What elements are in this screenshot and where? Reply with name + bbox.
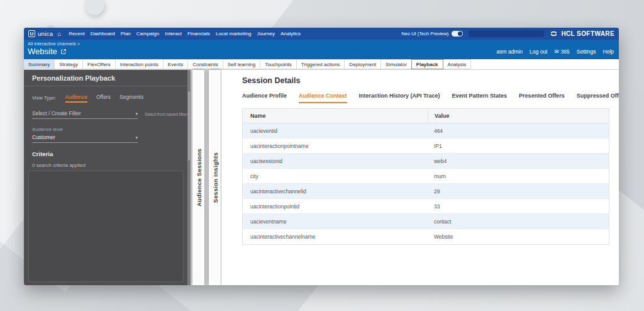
panel-title: Personalization Playback [24, 70, 187, 86]
tab-self-learning[interactable]: Self learning [223, 59, 260, 69]
tab-constraints[interactable]: Constraints [187, 59, 223, 69]
cell-name: city [243, 173, 428, 179]
nav-item-analytics[interactable]: Analytics [280, 31, 301, 37]
session-details-tabs: Audience Profile Audience Context Intera… [242, 93, 619, 103]
tab-deployment[interactable]: Deployment [344, 59, 381, 69]
nav-item-journey[interactable]: Journey [257, 31, 274, 37]
cell-name: uacinteractionpointid [243, 203, 428, 210]
cell-name: uacinteractivechannelname [243, 234, 428, 240]
table-row: uacinteractivechannelid 29 [243, 184, 609, 199]
channel-tabbar: Summary Strategy FlexOffers Interaction … [24, 59, 619, 70]
mail-icon: ✉ [554, 48, 558, 55]
table-row: uacieventid 464 [243, 123, 609, 139]
view-type-offers[interactable]: Offers [96, 94, 111, 103]
view-type-row: View Type: Audience Offers Segments [32, 94, 143, 103]
detail-tab-interaction-history[interactable]: Interaction History (API Trace) [359, 93, 440, 103]
top-navbar: U unica ⌂ Recent Dashboard Plan Campaign… [24, 28, 619, 40]
logout-link[interactable]: Log out [530, 48, 547, 55]
view-type-segments[interactable]: Segments [119, 94, 143, 103]
neo-ui-toggle[interactable] [452, 31, 463, 37]
audience-level-select[interactable]: Customer ▾ [32, 133, 138, 143]
nav-item-dashboard[interactable]: Dashboard [91, 31, 115, 37]
detail-tab-audience-context[interactable]: Audience Context [299, 93, 347, 103]
audience-level-value: Customer [32, 134, 55, 140]
table-row: uacinteractivechannelname Website [243, 229, 609, 244]
topnav-search[interactable] [469, 30, 544, 37]
audience-level-label: Audience level [32, 127, 63, 132]
saved-filters-link[interactable]: Select from saved filters [145, 112, 189, 116]
criteria-heading: Criteria [32, 150, 53, 157]
cell-value: 33 [428, 203, 609, 210]
column-header-value: Value [428, 109, 609, 123]
mail-count: 365 [561, 48, 570, 55]
toggle-knob [458, 31, 462, 36]
vertical-tab-session-insights[interactable]: Session Insights [209, 70, 221, 285]
channel-header: All interactive channels > Website asm a… [24, 40, 619, 59]
cell-value: mum [428, 173, 609, 179]
detail-tab-audience-profile[interactable]: Audience Profile [242, 93, 287, 103]
cell-value: IP1 [428, 143, 609, 149]
table-row: uacinteractionpointid 33 [243, 199, 609, 214]
vertical-tab-label: Audience Sessions [195, 149, 202, 206]
tab-simulator[interactable]: Simulator [380, 59, 412, 69]
cell-value: web4 [428, 158, 609, 164]
filter-select[interactable]: Select / Create Filter ▾ [32, 109, 138, 119]
detail-tab-suppressed-offers[interactable]: Suppressed Offers [577, 93, 619, 103]
tab-events[interactable]: Events [163, 59, 188, 69]
tab-touchpoints[interactable]: Touchpoints [260, 59, 297, 69]
filter-select-value: Select / Create Filter [32, 110, 80, 116]
unica-logo[interactable]: U unica ⌂ [28, 30, 61, 37]
view-type-label: View Type: [32, 95, 57, 103]
table-row: uacinteractionpointname IP1 [243, 139, 609, 154]
table-row: uacisessionid web4 [243, 154, 609, 169]
chevron-down-icon: ▾ [135, 135, 138, 140]
vertical-tabs-zone: Audience Sessions Session Insights [191, 70, 221, 285]
detail-tab-event-pattern-states[interactable]: Event Pattern States [452, 93, 508, 103]
detail-tab-presented-offers[interactable]: Presented Offers [519, 93, 565, 103]
nav-item-financials[interactable]: Financials [187, 31, 210, 37]
table-body: uacieventid 464 uacinteractionpointname … [243, 123, 609, 244]
tab-triggered-actions[interactable]: Triggered actions [296, 59, 345, 69]
nav-item-campaign[interactable]: Campaign [136, 31, 159, 37]
top-menu: Recent Dashboard Plan Campaign Interact … [69, 31, 301, 37]
unica-logo-icon: U [28, 30, 35, 37]
vertical-tab-audience-sessions[interactable]: Audience Sessions [192, 70, 204, 285]
settings-link[interactable]: Settings [577, 48, 596, 55]
personalization-playback-panel: Personalization Playback View Type: Audi… [24, 70, 191, 285]
cell-value: 464 [428, 128, 609, 134]
session-details-panel: Session Details Audience Profile Audienc… [221, 70, 619, 285]
table-row: uacieventname contact [243, 214, 609, 229]
criteria-status: 0 search criteria applied [32, 162, 86, 168]
mail-link[interactable]: ✉ 365 [554, 48, 569, 55]
nav-item-recent[interactable]: Recent [69, 31, 84, 37]
cell-name: uacieventname [243, 218, 428, 225]
tab-strategy[interactable]: Strategy [54, 59, 83, 69]
cell-name: uacisessionid [243, 158, 428, 164]
user-menu[interactable]: asm admin [497, 48, 523, 55]
view-type-audience[interactable]: Audience [65, 94, 87, 103]
hcl-logo-icon [550, 30, 558, 38]
cell-value: Website [428, 234, 609, 240]
open-external-icon[interactable] [60, 48, 67, 55]
tab-summary[interactable]: Summary [24, 59, 55, 69]
nav-item-local-marketing[interactable]: Local marketing [216, 31, 251, 37]
help-link[interactable]: Help [603, 48, 614, 55]
tab-flexoffers[interactable]: FlexOffers [82, 59, 116, 69]
scrollbar-thumb[interactable] [188, 91, 190, 161]
neo-ui-label: Neo UI (Tech Preview) [401, 31, 448, 37]
vertical-tab-label: Session Insights [211, 152, 218, 203]
tab-interaction-points[interactable]: Interaction points [115, 59, 164, 69]
neo-ui-section: Neo UI (Tech Preview) [401, 31, 463, 37]
context-table: Name Value uacieventid 464 uacinteractio… [242, 108, 609, 245]
tab-analysis[interactable]: Analysis [443, 59, 472, 69]
breadcrumb[interactable]: All interactive channels > [28, 41, 80, 47]
tab-playback[interactable]: Playback [411, 59, 443, 69]
hcl-logo-text: HCL SOFTWARE [561, 30, 614, 37]
nav-item-plan[interactable]: Plan [121, 31, 131, 37]
cell-name: uacinteractivechannelid [243, 188, 428, 195]
nav-item-interact[interactable]: Interact [165, 31, 182, 37]
home-icon[interactable]: ⌂ [57, 31, 61, 37]
session-details-title: Session Details [242, 76, 300, 85]
desktop-background: U unica ⌂ Recent Dashboard Plan Campaign… [0, 0, 644, 311]
content-area: Personalization Playback View Type: Audi… [24, 70, 619, 285]
